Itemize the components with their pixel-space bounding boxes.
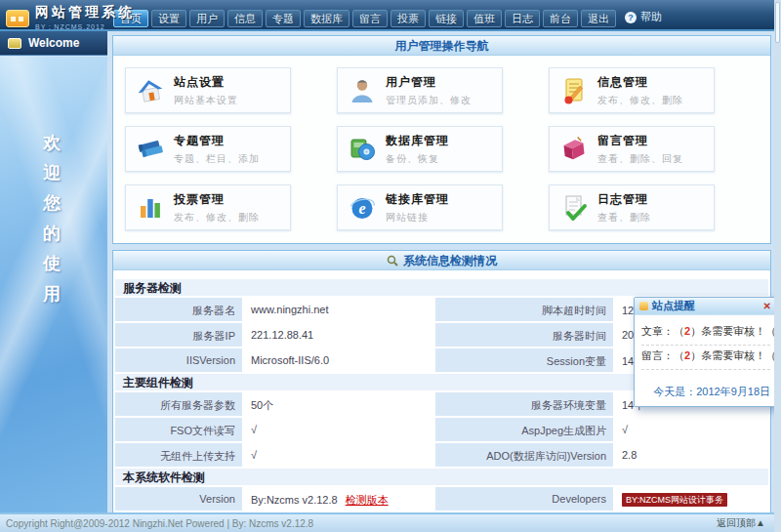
card-title: 站点设置 (174, 74, 238, 91)
reminder-item-articles: 文章：（2）条需要审核！（查看） (641, 321, 770, 346)
card-subtitle: 网站链接 (386, 211, 449, 225)
app-logo: 网站管理系统 BY：NZCMS.2012 (6, 4, 135, 32)
card-user-manage[interactable]: 用户管理 管理员添加、修改 (337, 67, 503, 113)
bar-chart-icon (136, 193, 165, 223)
card-subtitle: 查看、删除 (597, 211, 651, 225)
log-check-icon (559, 193, 589, 223)
tab-settings[interactable]: 设置 (151, 10, 186, 27)
slogan-char: 使 (43, 252, 61, 275)
card-title: 信息管理 (597, 74, 683, 91)
copyright-text: Copyright Right@2009-2012 Ningzhi.Net Po… (6, 518, 313, 529)
row-label: 服务器名 (115, 298, 244, 321)
reminder-item-messages: 留言：（2）条需要审核！（查看） (641, 346, 770, 370)
card-title: 日志管理 (597, 191, 651, 208)
card-title: 链接库管理 (386, 191, 449, 208)
sidebar-artwork: 欢 迎 您 的 使 用 (0, 57, 107, 512)
card-topic-manage[interactable]: 专题管理 专题、栏目、添加 (125, 126, 291, 172)
card-log-manage[interactable]: 日志管理 查看、删除 (549, 184, 715, 230)
guestbook-icon (559, 135, 589, 164)
nav-panel-header: 用户管理操作导航 (113, 36, 770, 56)
card-subtitle: 管理员添加、修改 (386, 94, 472, 107)
section-label-server: 服务器检测 (115, 279, 768, 298)
card-vote-manage[interactable]: 投票管理 发布、修改、删除 (125, 184, 291, 230)
tab-logout[interactable]: 退出 (581, 10, 616, 27)
card-link-manage[interactable]: e 链接库管理 网站链接 (337, 184, 503, 230)
popup-date: 今天是：2012年9月18日 (641, 385, 770, 399)
scrollbar-thumb[interactable] (775, 2, 780, 43)
tab-links[interactable]: 链接 (429, 10, 464, 27)
popup-title-bar: 站点提醒 ✕ (635, 298, 776, 315)
tab-logs[interactable]: 日志 (505, 10, 540, 27)
svg-text:e: e (358, 200, 365, 217)
back-to-top-link[interactable]: 返回顶部▲ (717, 516, 765, 530)
item-text: ）条需要审核！（ (690, 349, 776, 361)
row-label: 脚本超时时间 (435, 298, 615, 321)
document-edit-icon (559, 76, 589, 105)
help-icon: ? (625, 12, 637, 23)
welcome-label: Welcome (28, 36, 79, 50)
item-text: 文章：（ (641, 325, 684, 337)
nav-panel: 用户管理操作导航 站点设置 网站基本设置 (112, 35, 771, 244)
version-value: By:Nzcms v2.12.8 (251, 494, 338, 506)
footer-bar: Copyright Right@2009-2012 Ningzhi.Net Po… (0, 512, 781, 532)
row-value: By:Nzcms v2.12.8 检测版本 (244, 487, 435, 511)
table-row: 无组件上传支持 √ ADO(数据库访问)Version 2.8 (115, 443, 768, 469)
slogan-char: 欢 (43, 131, 61, 154)
tab-info[interactable]: 信息 (227, 10, 263, 27)
card-database-manage[interactable]: 数据库管理 备份、恢复 (337, 126, 503, 172)
developers-badge[interactable]: BY:NZCMS网站设计事务 (622, 493, 727, 507)
tab-frontend[interactable]: 前台 (543, 10, 578, 27)
card-title: 数据库管理 (386, 133, 449, 149)
check-version-link[interactable]: 检测版本 (346, 494, 389, 506)
close-icon[interactable]: ✕ (763, 301, 771, 311)
top-bar: 网站管理系统 BY：NZCMS.2012 首页 设置 用户 信息 专题 数据库 … (0, 0, 781, 31)
magnifier-icon (387, 255, 398, 266)
house-icon (136, 76, 165, 105)
row-value: www.ningzhi.net (244, 298, 435, 321)
card-message-manage[interactable]: 留言管理 查看、删除、回复 (549, 126, 715, 172)
card-info-manage[interactable]: 信息管理 发布、修改、删除 (549, 67, 715, 113)
database-icon (348, 135, 377, 164)
ie-globe-icon: e (348, 193, 377, 223)
item-text: ）条需要审核！（ (690, 325, 776, 337)
app-logo-icon (6, 10, 29, 27)
nav-panel-title: 用户管理操作导航 (395, 36, 489, 56)
card-subtitle: 备份、恢复 (386, 152, 449, 166)
welcome-icon (8, 38, 21, 49)
row-value: √ (244, 418, 435, 441)
site-reminder-popup: 站点提醒 ✕ 文章：（2）条需要审核！（查看） 留言：（2）条需要审核！（查看）… (634, 297, 777, 407)
top-nav: 首页 设置 用户 信息 专题 数据库 留言 投票 链接 值班 日志 前台 退出 (113, 10, 616, 29)
user-icon (348, 76, 377, 105)
row-label: AspJpeg生成图片 (435, 418, 615, 441)
welcome-slogan: 欢 迎 您 的 使 用 (43, 131, 61, 306)
row-value: BY:NZCMS网站设计事务 (615, 487, 768, 511)
row-label: 服务器时间 (435, 323, 615, 347)
scrollbar[interactable] (774, 0, 781, 532)
row-label: 无组件上传支持 (115, 443, 244, 467)
row-value: 2.8 (615, 443, 768, 467)
section-label-software: 本系统软件检测 (115, 469, 768, 487)
row-label: 所有服务器参数 (115, 392, 244, 416)
detect-panel-header: 系统信息检测情况 (113, 251, 770, 270)
card-subtitle: 网站基本设置 (174, 94, 238, 107)
row-label: Developers (435, 487, 615, 511)
row-label: ADO(数据库访问)Version (435, 443, 615, 467)
tab-duty[interactable]: 值班 (467, 10, 502, 27)
card-title: 用户管理 (386, 74, 472, 91)
tab-messages[interactable]: 留言 (352, 10, 388, 27)
card-subtitle: 专题、栏目、添加 (174, 152, 260, 166)
row-value: 50个 (244, 392, 435, 416)
popup-body: 文章：（2）条需要审核！（查看） 留言：（2）条需要审核！（查看） 今天是：20… (635, 315, 776, 406)
row-value: 221.12.88.41 (244, 323, 435, 347)
tab-votes[interactable]: 投票 (390, 10, 426, 27)
row-label: 服务器环境变量 (435, 392, 615, 416)
help-link[interactable]: ? 帮助 (616, 10, 662, 29)
card-title: 投票管理 (174, 191, 260, 208)
module-cards: 站点设置 网站基本设置 用户管理 管理员添加、修改 (113, 56, 770, 243)
tab-topics[interactable]: 专题 (266, 10, 301, 27)
card-site-settings[interactable]: 站点设置 网站基本设置 (125, 67, 291, 113)
row-label: FSO文件读写 (115, 418, 244, 441)
tab-database[interactable]: 数据库 (304, 10, 349, 27)
table-row: FSO文件读写 √ AspJpeg生成图片 √ (115, 418, 768, 443)
tab-users[interactable]: 用户 (189, 10, 225, 27)
